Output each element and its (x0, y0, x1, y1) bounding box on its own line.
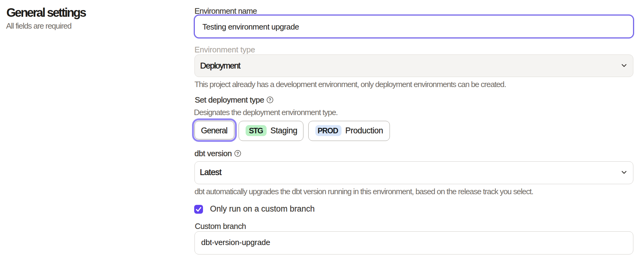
chevron-down-icon (621, 170, 627, 175)
question-circle-icon[interactable]: ? (267, 96, 273, 104)
checkmark-icon (194, 205, 203, 214)
question-circle-icon[interactable]: ? (234, 150, 241, 158)
question-mark-glyph: ? (269, 97, 271, 102)
page-subtitle: All fields are required (6, 22, 71, 30)
question-mark-glyph: ? (236, 151, 239, 156)
staging-option-label: Staging (271, 126, 297, 135)
deployment-type-option-general[interactable]: General (194, 121, 234, 139)
page-title: General settings (6, 6, 86, 19)
dbt-version-select[interactable]: Latest (194, 161, 633, 184)
general-option-label: General (201, 126, 227, 135)
environment-type-label: Environment type (194, 46, 255, 54)
environment-name-label: Environment name (194, 7, 257, 15)
production-badge-text: PROD (317, 126, 338, 135)
deployment-type-option-production[interactable]: PROD Production (308, 121, 390, 141)
custom-branch-label: Custom branch (195, 222, 246, 230)
staging-badge: STG (246, 125, 267, 136)
dbt-version-label: dbt version (194, 149, 232, 157)
production-option-label: Production (345, 126, 383, 135)
custom-branch-input[interactable] (194, 231, 633, 254)
deployment-type-description: Designates the deployment environment ty… (194, 108, 338, 116)
chevron-down-icon (621, 63, 627, 68)
production-badge: PROD (315, 125, 341, 136)
staging-badge-text: STG (249, 126, 263, 135)
environment-type-help: This project already has a development e… (194, 80, 506, 88)
environment-type-select[interactable]: Deployment (194, 54, 633, 77)
dbt-version-help: dbt automatically upgrades the dbt versi… (194, 188, 533, 195)
environment-name-input[interactable] (194, 15, 634, 38)
environment-type-value: Deployment (200, 61, 240, 71)
general-settings-page: General settings All fields are required… (0, 0, 644, 263)
deployment-type-label: Set deployment type (195, 96, 264, 104)
deployment-type-option-staging[interactable]: STG Staging (239, 121, 303, 141)
custom-branch-checkbox-label[interactable]: Only run on a custom branch (210, 205, 315, 213)
custom-branch-checkbox[interactable] (194, 205, 203, 214)
dbt-version-value: Latest (200, 167, 222, 177)
